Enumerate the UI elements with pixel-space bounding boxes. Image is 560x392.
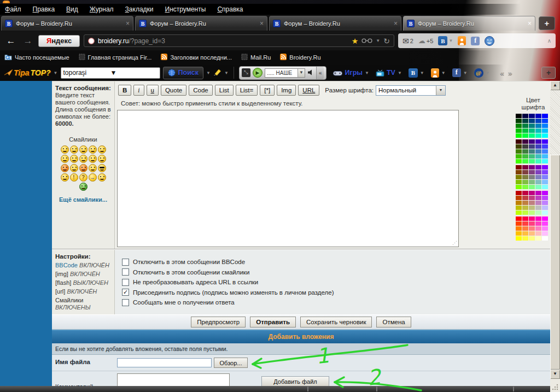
tv-dropdown-icon[interactable]: ▼ (398, 71, 402, 75)
address-bar[interactable]: broidery.ru/?page_id=3 ★ ▼ ↻ (84, 34, 394, 47)
palette-color[interactable] (529, 154, 535, 159)
palette-color[interactable] (522, 170, 528, 174)
palette-color[interactable] (535, 185, 541, 189)
palette-color[interactable] (522, 114, 528, 118)
smiley-sleep[interactable] (70, 164, 78, 172)
palette-color[interactable] (535, 236, 541, 241)
bookmark-item-5[interactable]: Broidery.Ru (280, 54, 320, 61)
mailru-dropdown-icon[interactable]: ▼ (486, 71, 490, 75)
bbcode-button-10[interactable]: URL (298, 85, 319, 96)
palette-color[interactable] (529, 206, 535, 210)
palette-color[interactable] (522, 154, 528, 159)
toolbar-search-input[interactable]: toporaşi▼ (61, 67, 160, 79)
palette-color[interactable] (516, 196, 522, 200)
window-resize-grip[interactable] (550, 379, 560, 392)
palette-color[interactable] (535, 159, 541, 163)
search-button[interactable]: Поиск (163, 67, 204, 79)
back-button[interactable]: ← (4, 36, 18, 46)
logo-dropdown-icon[interactable]: ▼ (54, 71, 58, 75)
option-checkbox[interactable]: ✓ (122, 289, 129, 296)
menu-item-2[interactable]: Правка (33, 5, 55, 13)
palette-color[interactable] (529, 114, 535, 118)
url-text[interactable]: broidery.ru/?page_id=3 (98, 37, 348, 45)
palette-color[interactable] (522, 149, 528, 154)
smiley-wink[interactable] (61, 155, 69, 163)
option-checkbox[interactable] (122, 299, 129, 306)
palette-color[interactable] (542, 144, 548, 149)
palette-color[interactable] (522, 210, 528, 215)
palette-color[interactable] (535, 165, 541, 169)
palette-color[interactable] (516, 159, 522, 163)
bookmark-item-2[interactable]: Главная страница Fir... (79, 54, 152, 61)
highlighter-dropdown-icon[interactable]: ▼ (224, 71, 229, 75)
facebook-icon[interactable]: f (471, 37, 480, 45)
palette-color[interactable] (516, 206, 522, 210)
palette-color[interactable] (529, 201, 535, 205)
palette-color[interactable] (516, 154, 522, 159)
palette-color[interactable] (516, 149, 522, 154)
reload-icon[interactable]: ↻ (383, 37, 390, 45)
smiley-happy[interactable] (79, 145, 88, 154)
palette-color[interactable] (516, 210, 522, 215)
palette-color[interactable] (542, 114, 548, 118)
tv-link[interactable]: TV▼ (376, 69, 402, 77)
palette-color[interactable] (529, 149, 535, 154)
forward-button[interactable]: → (21, 36, 34, 46)
palette-color[interactable] (516, 114, 522, 118)
palette-color[interactable] (535, 206, 541, 210)
action-button-2[interactable]: Отправить (250, 317, 296, 327)
bbcode-button-9[interactable]: Img (277, 85, 296, 96)
palette-color[interactable] (542, 196, 548, 200)
palette-color[interactable] (516, 217, 522, 221)
palette-color[interactable] (522, 133, 528, 138)
palette-color[interactable] (522, 128, 528, 133)
smiley-exclaim[interactable]: ! (70, 173, 78, 182)
palette-color[interactable] (529, 217, 535, 221)
radio-station-select[interactable]: ..... НАШЕ▼ (265, 68, 305, 78)
menu-item-3[interactable]: Вид (66, 5, 78, 13)
bbcode-button-8[interactable]: [*] (260, 85, 275, 96)
palette-color[interactable] (535, 217, 541, 221)
palette-color[interactable] (522, 221, 528, 226)
facebook-link[interactable]: f▼ (452, 68, 468, 77)
palette-color[interactable] (529, 180, 535, 184)
smiley-arrow[interactable]: → (89, 173, 97, 182)
bbcode-button-4[interactable]: Quote (161, 85, 186, 96)
palette-color[interactable] (529, 196, 535, 200)
palette-color[interactable] (522, 180, 528, 184)
palette-color[interactable] (529, 119, 535, 123)
palette-color[interactable] (529, 128, 535, 133)
games-dropdown-icon[interactable]: ▼ (365, 71, 369, 75)
bbcode-button-5[interactable]: Code (189, 85, 213, 96)
palette-color[interactable] (542, 221, 548, 226)
palette-color[interactable] (535, 201, 541, 205)
bbcode-button-3[interactable]: u (147, 85, 159, 96)
textarea-resize-grip[interactable]: ⋰ (452, 240, 457, 245)
palette-color[interactable] (542, 226, 548, 231)
palette-color[interactable] (535, 124, 541, 128)
menu-item-4[interactable]: Журнал (90, 5, 114, 13)
palette-color[interactable] (529, 226, 535, 231)
filename-input[interactable] (117, 358, 212, 367)
palette-color[interactable] (522, 159, 528, 163)
palette-color[interactable] (529, 159, 535, 163)
scrollbar-down-button[interactable]: ▼ (550, 370, 560, 379)
palette-color[interactable] (522, 119, 528, 123)
smiley-grin[interactable] (98, 155, 106, 163)
bbcode-button-1[interactable]: B (118, 85, 131, 96)
smiley-mrgreen[interactable] (79, 183, 88, 191)
palette-color[interactable] (542, 206, 548, 210)
palette-color[interactable] (522, 165, 528, 169)
palette-color[interactable] (529, 236, 535, 241)
palette-color[interactable] (542, 149, 548, 154)
bbcode-button-2[interactable]: i (133, 85, 144, 96)
palette-color[interactable] (542, 185, 548, 189)
palette-color[interactable] (522, 175, 528, 179)
toolbar-overflow-chevrons[interactable]: « » (500, 69, 513, 77)
url-dropdown-icon[interactable]: ▼ (376, 38, 380, 43)
tab-close-icon[interactable]: × (126, 20, 130, 27)
palette-color[interactable] (529, 139, 535, 144)
palette-color[interactable] (516, 133, 522, 138)
smiley-angry[interactable] (79, 164, 88, 172)
palette-color[interactable] (522, 217, 528, 221)
